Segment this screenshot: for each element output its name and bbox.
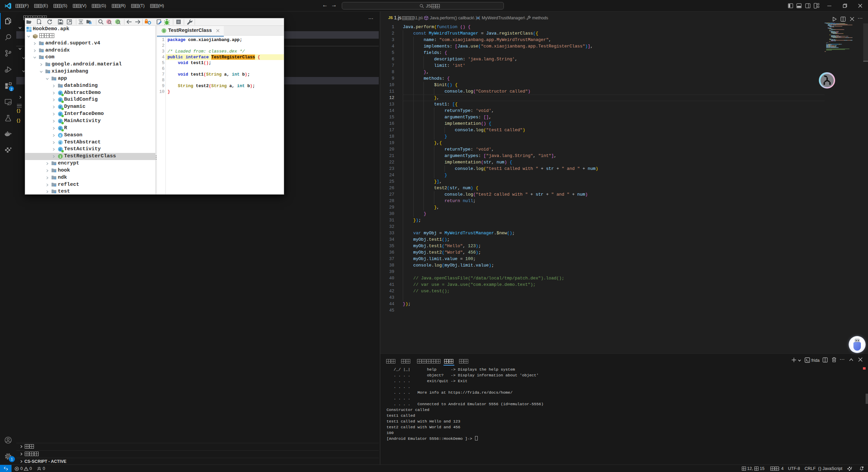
svg-text:c: c bbox=[59, 91, 61, 95]
svg-text:I: I bbox=[163, 29, 165, 33]
svg-text:c: c bbox=[59, 98, 61, 102]
svg-text:c: c bbox=[59, 113, 61, 116]
svg-text:I: I bbox=[59, 155, 61, 159]
svg-text:c: c bbox=[59, 141, 61, 144]
svg-text:c: c bbox=[59, 148, 61, 152]
svg-text:E: E bbox=[59, 134, 61, 137]
svg-text:c: c bbox=[59, 119, 61, 123]
svg-text:c: c bbox=[59, 105, 61, 109]
svg-text:c: c bbox=[59, 126, 61, 130]
